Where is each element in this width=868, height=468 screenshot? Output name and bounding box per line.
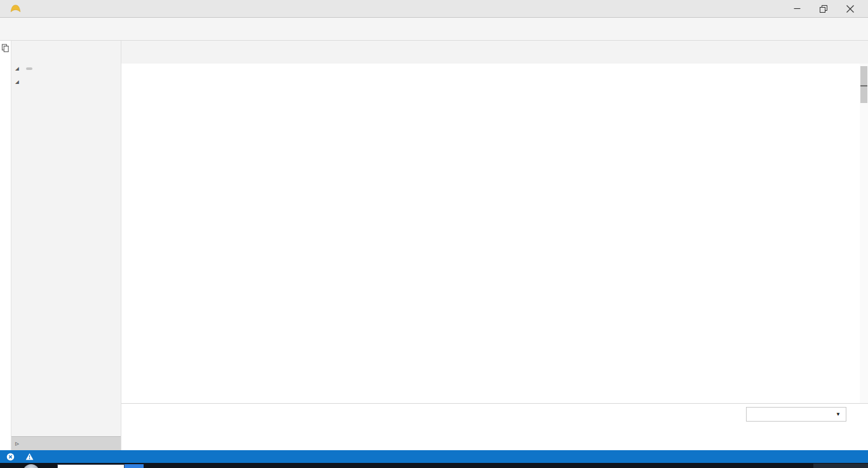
close-button[interactable] [846,5,854,13]
outline-section-header[interactable]: ▷ [11,436,121,450]
app-logo-icon [10,4,21,13]
windows-taskbar[interactable] [0,463,868,468]
sidebar-scroll-area: ◢ ◢ [11,62,121,436]
chevron-expanded-icon: ◢ [13,79,21,85]
dropdown-arrow-icon: ▼ [836,411,841,417]
output-channel-dropdown[interactable]: ▼ [746,407,846,422]
activity-bar [0,41,11,450]
explorer-files-icon[interactable] [1,44,10,52]
minimap[interactable] [783,64,860,403]
scrollbar-thumb[interactable] [860,66,867,103]
minimize-button[interactable] [793,5,801,13]
toolbar [0,18,868,41]
taskbar-search-input[interactable] [57,464,125,468]
code-lines [121,64,783,403]
app-window: ◢ ◢ ▷ [0,0,868,468]
titlebar [0,0,868,18]
open-editors-header[interactable]: ◢ [11,62,121,75]
status-bar [0,450,868,463]
errors-icon[interactable] [6,453,15,461]
editor-vertical-scrollbar[interactable] [860,64,868,403]
window-controls [793,5,863,13]
editor-tab-bar [121,41,868,64]
sidebar-explorer: ◢ ◢ ▷ [11,41,121,450]
restore-button[interactable] [820,5,827,13]
code-editor[interactable] [121,64,868,403]
warnings-icon[interactable] [25,453,34,460]
project-root-header[interactable]: ◢ [11,75,121,89]
system-tray[interactable] [813,464,868,468]
sidebar-title [11,41,121,62]
unsaved-badge [26,67,32,70]
taskbar-search-button[interactable] [125,464,144,468]
chevron-expanded-icon: ◢ [13,66,21,71]
panel-actions: ▼ [746,407,860,422]
chevron-collapsed-icon: ▷ [13,441,21,446]
bottom-panel: ▼ [121,403,868,450]
start-button[interactable] [23,464,39,468]
current-line-marker [860,85,867,86]
